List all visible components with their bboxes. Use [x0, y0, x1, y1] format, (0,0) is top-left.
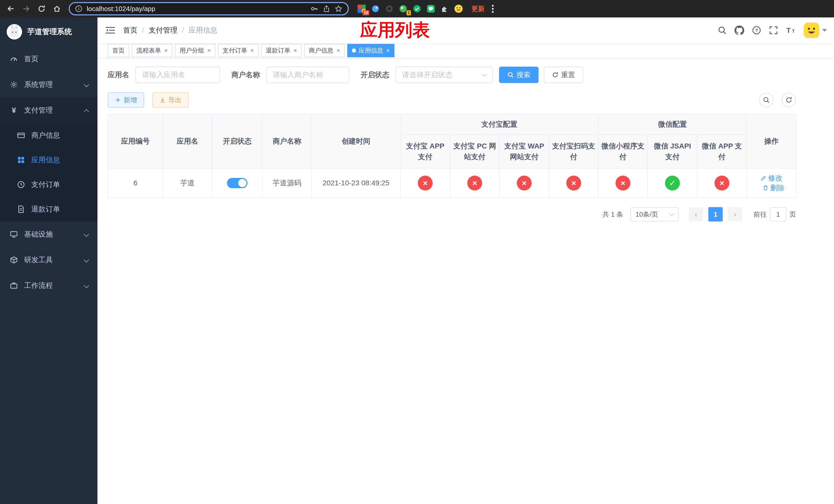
site-info-icon[interactable] [75, 5, 83, 13]
sidebar-item-label: 商户信息 [31, 131, 60, 140]
sidebar-fold-icon[interactable] [97, 26, 123, 35]
prev-page-button[interactable]: ‹ [689, 207, 703, 222]
sidebar-item-workflow[interactable]: 工作流程 [0, 273, 97, 298]
browser-home-icon[interactable] [50, 2, 64, 15]
extension-blue-icon[interactable] [371, 4, 380, 13]
breadcrumb-app-info: 应用信息 [189, 25, 218, 35]
col-alipay-wap: 支付宝 WAP 网站支付 [499, 135, 549, 168]
edit-link[interactable]: 修改 [761, 173, 783, 183]
col-created: 创建时间 [312, 114, 400, 168]
refresh-table-button[interactable] [782, 93, 796, 107]
browser-back-icon[interactable] [4, 2, 18, 15]
sidebar-item-dev-tools[interactable]: 研发工具 [0, 247, 97, 273]
breadcrumb-home[interactable]: 首页 [123, 25, 149, 35]
chevron-down-icon [84, 283, 89, 288]
help-icon[interactable]: ? [752, 26, 761, 35]
col-status: 开启状态 [212, 114, 262, 168]
profile-emoji-icon[interactable] [454, 4, 463, 13]
extensions-cluster: 10 1 [357, 4, 463, 13]
alipay-qr-status-icon[interactable]: × [566, 176, 581, 190]
chevron-down-icon [84, 82, 89, 87]
sidebar-item-payment[interactable]: ¥ 支付管理 [0, 97, 97, 123]
password-key-icon[interactable] [310, 5, 319, 13]
status-toggle[interactable] [227, 178, 247, 188]
cell-created: 2021-10-23 08:49:25 [312, 168, 400, 198]
close-icon[interactable]: × [336, 47, 340, 54]
sidebar-item-refund-orders[interactable]: 退款订单 [0, 197, 97, 222]
close-icon[interactable]: × [386, 47, 390, 54]
tab-pay-orders[interactable]: 支付订单 × [218, 44, 259, 57]
page-size-select[interactable]: 10条/页 [630, 207, 679, 222]
delete-link[interactable]: 删除 [763, 183, 785, 193]
sidebar-item-merchant-info[interactable]: 商户信息 [0, 123, 97, 148]
goto-page-input[interactable] [770, 207, 786, 222]
tab-refund-orders[interactable]: 退款订单 × [261, 44, 302, 57]
sidebar-item-infrastructure[interactable]: 基础设施 [0, 222, 97, 247]
col-ops: 操作 [747, 114, 796, 168]
next-page-button[interactable]: › [728, 207, 742, 222]
breadcrumb-payment[interactable]: 支付管理 [149, 25, 189, 35]
col-alipay-app: 支付宝 APP 支付 [400, 135, 450, 168]
alipay-pc-status-icon[interactable]: × [467, 176, 482, 190]
wx-jsapi-status-icon[interactable]: ✓ [665, 176, 680, 190]
search-form: 应用名 商户名称 开启状态 请选择开启状态 搜索 [108, 67, 796, 83]
tab-process-form[interactable]: 流程表单 × [132, 44, 172, 57]
wx-mini-status-icon[interactable]: × [615, 176, 630, 190]
col-group-wechat: 微信配置 [598, 114, 747, 135]
extension-check-icon[interactable] [412, 4, 422, 13]
browser-update-button[interactable]: 更新 [471, 4, 485, 13]
tab-app-info[interactable]: 应用信息 × [347, 44, 394, 57]
fullscreen-icon[interactable] [769, 26, 778, 35]
export-button[interactable]: 导出 [152, 92, 189, 108]
browser-reload-icon[interactable] [35, 2, 48, 15]
col-wx-jsapi: 微信 JSAPI 支付 [648, 135, 697, 168]
tab-home[interactable]: 首页 [108, 44, 129, 57]
page-number-button[interactable]: 1 [708, 207, 723, 222]
sidebar-item-pay-orders[interactable]: 支付订单 [0, 172, 97, 197]
status-select[interactable]: 请选择开启状态 [395, 67, 493, 83]
gear-icon [9, 81, 19, 89]
close-icon[interactable]: × [250, 47, 254, 54]
extension-wechat-icon[interactable] [426, 4, 436, 13]
add-button[interactable]: 新增 [108, 92, 144, 108]
alipay-wap-status-icon[interactable]: × [517, 176, 532, 190]
sidebar-item-system[interactable]: 系统管理 [0, 72, 97, 97]
chevron-down-icon [84, 232, 89, 237]
app-table: 应用编号 应用名 开启状态 商户名称 创建时间 支付宝配置 微信配置 操作 支付… [108, 114, 796, 198]
url-text: localhost:1024/pay/app [87, 5, 306, 13]
box-icon [9, 256, 19, 264]
sidebar-item-app-info[interactable]: 应用信息 [0, 148, 97, 172]
app-name-input[interactable] [135, 67, 220, 83]
bookmark-star-icon[interactable] [334, 5, 343, 13]
search-button[interactable]: 搜索 [499, 67, 539, 83]
tab-merchant-info[interactable]: 商户信息 × [304, 44, 345, 57]
user-menu[interactable] [804, 23, 827, 38]
github-icon[interactable] [734, 25, 744, 35]
close-icon[interactable]: × [207, 47, 211, 54]
reset-button[interactable]: 重置 [544, 67, 583, 83]
close-icon[interactable]: × [293, 47, 297, 54]
alipay-app-status-icon[interactable]: × [418, 176, 433, 190]
tab-user-group[interactable]: 用户分组 × [175, 44, 215, 57]
extensions-puzzle-icon[interactable] [440, 4, 449, 13]
tab-label: 流程表单 [136, 46, 161, 54]
extension-green-avatar-icon[interactable]: 1 [398, 4, 408, 13]
share-icon[interactable] [323, 5, 330, 13]
close-icon[interactable]: × [164, 47, 168, 54]
search-icon[interactable] [718, 26, 727, 35]
extension-dark-icon[interactable] [385, 4, 394, 13]
sidebar-item-home[interactable]: 首页 [0, 46, 97, 72]
font-size-icon[interactable]: TT [786, 26, 796, 35]
merchant-name-input[interactable] [266, 67, 349, 83]
extension-colorful-icon[interactable]: 10 [357, 4, 366, 13]
sidebar-item-label: 退款订单 [31, 204, 60, 214]
show-search-button[interactable] [759, 93, 773, 107]
url-bar[interactable]: localhost:1024/pay/app [69, 2, 349, 15]
merchant-name-label: 商户名称 [231, 70, 260, 80]
wx-app-status-icon[interactable]: × [715, 176, 729, 190]
browser-menu-icon[interactable] [492, 5, 494, 13]
browser-forward-icon[interactable] [20, 2, 33, 15]
tab-label: 应用信息 [358, 46, 383, 54]
chevron-down-icon [84, 257, 89, 262]
app-logo-row[interactable]: 芋道管理系统 [0, 18, 97, 46]
